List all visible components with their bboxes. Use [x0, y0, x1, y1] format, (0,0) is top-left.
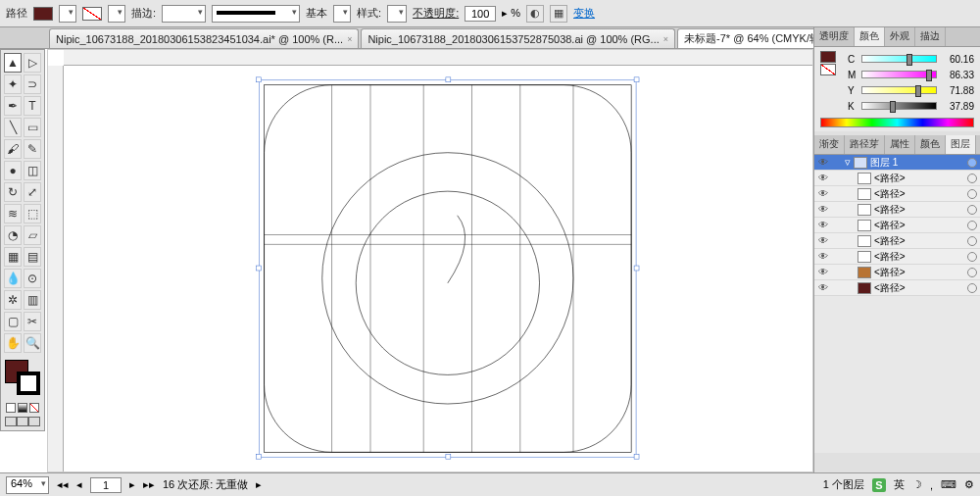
layer-row[interactable]: 👁 ▿ 图层 1 — [814, 155, 980, 171]
graph-tool[interactable]: ▥ — [24, 290, 41, 310]
layer-row[interactable]: 👁 <路径> — [814, 233, 980, 249]
scale-tool[interactable]: ⤢ — [24, 182, 41, 202]
next-artboard-icon[interactable]: ▸▸ — [143, 478, 155, 491]
artboard-input[interactable]: 1 — [90, 477, 122, 493]
visibility-icon[interactable]: 👁 — [817, 188, 829, 200]
opacity-input[interactable]: 100 — [465, 6, 496, 22]
channel-slider[interactable] — [861, 86, 937, 94]
channel-slider[interactable] — [861, 102, 937, 110]
stroke-swatch[interactable] — [82, 7, 102, 21]
blend-tool[interactable]: ⊙ — [24, 269, 41, 288]
align-icon[interactable]: ▦ — [550, 5, 567, 23]
ime-badge[interactable]: S — [872, 478, 886, 492]
prev-artboard-icon[interactable]: ◂◂ — [57, 478, 69, 491]
settings-icon[interactable]: ⚙ — [964, 478, 974, 491]
document-tab[interactable]: Nipic_10673188_20180306153823451034.ai* … — [49, 28, 359, 48]
panel-tab-swatches[interactable]: 颜色 — [915, 135, 946, 154]
fill-dropdown[interactable] — [59, 5, 76, 23]
line-tool[interactable]: ╲ — [4, 118, 22, 137]
target-icon[interactable] — [967, 252, 977, 262]
target-icon[interactable] — [967, 205, 977, 215]
prev-icon[interactable]: ◂ — [76, 478, 82, 491]
fill-swatch[interactable] — [33, 7, 53, 21]
perspective-tool[interactable]: ▱ — [24, 225, 41, 245]
visibility-icon[interactable]: 👁 — [817, 235, 829, 247]
visibility-icon[interactable]: 👁 — [817, 220, 829, 231]
close-icon[interactable]: × — [663, 34, 668, 44]
layer-name[interactable]: <路径> — [874, 172, 964, 185]
comma-icon[interactable]: , — [930, 479, 933, 491]
disclosure-icon[interactable]: ▿ — [845, 156, 851, 169]
panel-tab-gradient[interactable]: 渐变 — [814, 135, 845, 154]
zoom-tool[interactable]: 🔍 — [24, 333, 41, 353]
layer-row[interactable]: 👁 <路径> — [814, 249, 980, 265]
channel-value[interactable]: 71.88 — [941, 85, 974, 96]
free-transform-tool[interactable]: ⬚ — [24, 204, 41, 223]
target-icon[interactable] — [967, 236, 977, 246]
rotate-tool[interactable]: ↻ — [4, 182, 22, 202]
stroke-dropdown[interactable] — [108, 5, 125, 23]
paintbrush-tool[interactable]: 🖌 — [4, 139, 22, 159]
visibility-icon[interactable]: 👁 — [817, 282, 829, 294]
selection-tool[interactable]: ▲ — [4, 53, 22, 73]
panel-tab-attributes[interactable]: 属性 — [885, 135, 915, 154]
pencil-tool[interactable]: ✎ — [24, 139, 41, 159]
layer-name[interactable]: 图层 1 — [870, 156, 964, 170]
visibility-icon[interactable]: 👁 — [817, 251, 829, 263]
eraser-tool[interactable]: ◫ — [24, 161, 41, 180]
panel-tab-pathfinder[interactable]: 路径芽 — [845, 135, 885, 154]
gradient-tool[interactable]: ▤ — [24, 247, 41, 267]
channel-value[interactable]: 86.33 — [941, 70, 974, 80]
panel-tab-appearance[interactable]: 外观 — [885, 27, 915, 46]
opacity-label[interactable]: 不透明度: — [413, 6, 459, 21]
artwork-viewport[interactable] — [64, 66, 812, 471]
document-tab[interactable]: Nipic_10673188_20180306153752875038.ai @… — [361, 28, 675, 48]
layer-name[interactable]: <路径> — [874, 187, 964, 201]
target-icon[interactable] — [967, 283, 977, 293]
target-icon[interactable] — [967, 221, 977, 230]
fill-stroke-indicator[interactable] — [3, 358, 42, 397]
rectangle-tool[interactable]: ▭ — [24, 118, 41, 137]
channel-slider[interactable] — [861, 55, 937, 63]
layer-row[interactable]: 👁 <路径> — [814, 171, 980, 186]
horizontal-ruler[interactable] — [64, 50, 812, 66]
layer-row[interactable]: 👁 <路径> — [814, 186, 980, 202]
moon-icon[interactable]: ☽ — [912, 478, 922, 491]
channel-value[interactable]: 60.16 — [941, 54, 974, 65]
target-icon[interactable] — [967, 189, 977, 199]
channel-value[interactable]: 37.89 — [941, 101, 974, 112]
layer-name[interactable]: <路径> — [874, 219, 964, 232]
visibility-icon[interactable]: 👁 — [817, 204, 829, 216]
layer-row[interactable]: 👁 <路径> — [814, 218, 980, 233]
stroke-weight-dropdown[interactable] — [162, 5, 206, 23]
target-icon[interactable] — [967, 158, 977, 168]
next-icon[interactable]: ▸ — [129, 478, 135, 491]
layer-row[interactable]: 👁 <路径> — [814, 280, 980, 296]
basic-dropdown[interactable] — [333, 5, 351, 23]
visibility-icon[interactable]: 👁 — [817, 173, 829, 184]
pen-tool[interactable]: ✒ — [4, 96, 22, 116]
hand-tool[interactable]: ✋ — [4, 333, 22, 353]
brush-dropdown[interactable] — [212, 5, 300, 23]
layer-name[interactable]: <路径> — [874, 266, 964, 279]
layer-name[interactable]: <路径> — [874, 250, 964, 264]
channel-slider[interactable] — [861, 71, 937, 78]
vertical-ruler[interactable] — [48, 66, 64, 471]
layer-name[interactable]: <路径> — [874, 234, 964, 248]
visibility-icon[interactable]: 👁 — [817, 267, 829, 278]
width-tool[interactable]: ≋ — [4, 204, 22, 223]
shape-builder-tool[interactable]: ◔ — [4, 225, 22, 245]
stroke-preview[interactable] — [820, 64, 836, 75]
target-icon[interactable] — [967, 174, 977, 183]
target-icon[interactable] — [967, 268, 977, 277]
type-tool[interactable]: T — [24, 96, 41, 116]
panel-tab-layers[interactable]: 图层 — [946, 135, 976, 154]
direct-selection-tool[interactable]: ▷ — [24, 53, 41, 73]
transform-link[interactable]: 变换 — [573, 6, 595, 21]
ime-label[interactable]: 英 — [894, 477, 905, 492]
layer-name[interactable]: <路径> — [874, 203, 964, 217]
layer-row[interactable]: 👁 <路径> — [814, 265, 980, 280]
fill-preview[interactable] — [820, 51, 836, 63]
spectrum-bar[interactable] — [820, 118, 974, 127]
layer-row[interactable]: 👁 <路径> — [814, 202, 980, 218]
